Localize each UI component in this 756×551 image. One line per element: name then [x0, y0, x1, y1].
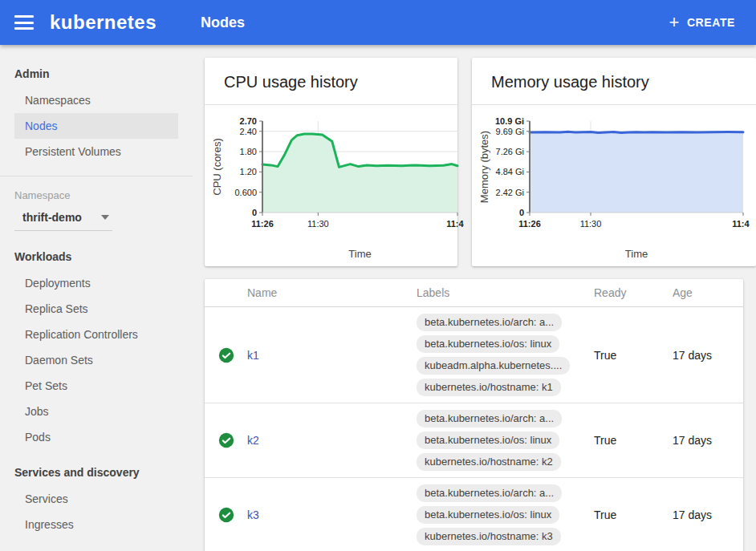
- label-chip: kubernetes.io/hostname: k1: [417, 379, 561, 396]
- label-chip: kubernetes.io/hostname: k3: [417, 528, 561, 545]
- labels-cell: beta.kubernetes.io/arch: a... beta.kuber…: [417, 403, 594, 477]
- svg-text:11:30: 11:30: [307, 219, 329, 229]
- column-header-ready: Ready: [594, 286, 673, 299]
- node-link-k3[interactable]: k3: [247, 508, 259, 521]
- svg-text:11:40: 11:40: [446, 219, 464, 229]
- cpu-usage-card: CPU usage history 00.6001.201.802.402.70…: [205, 58, 457, 266]
- svg-text:0: 0: [252, 208, 257, 217]
- status-cell: [218, 432, 247, 448]
- charts-row: CPU usage history 00.6001.201.802.402.70…: [205, 58, 743, 266]
- sidebar-item-pet-sets[interactable]: Pet Sets: [14, 373, 178, 399]
- svg-text:11:26: 11:26: [518, 219, 541, 229]
- sidebar-item-nodes[interactable]: Nodes: [14, 113, 178, 139]
- label-chip: kubeadm.alpha.kubernetes....: [417, 357, 570, 375]
- svg-text:1.80: 1.80: [240, 147, 257, 156]
- age-value: 17 days: [673, 349, 743, 362]
- memory-card-title: Memory usage history: [472, 58, 756, 105]
- labels-cell: beta.kubernetes.io/arch: a... beta.kuber…: [417, 307, 594, 403]
- svg-text:4.84 Gi: 4.84 Gi: [496, 167, 524, 176]
- sidebar-heading-workloads: Workloads: [0, 234, 193, 270]
- main-content: CPU usage history 00.6001.201.802.402.70…: [193, 45, 756, 551]
- ready-value: True: [594, 349, 673, 362]
- svg-text:2.42 Gi: 2.42 Gi: [496, 188, 524, 197]
- sidebar-item-jobs[interactable]: Jobs: [14, 399, 178, 424]
- svg-text:11:26: 11:26: [251, 219, 274, 229]
- svg-text:0.600: 0.600: [234, 188, 257, 197]
- svg-text:10.9 Gi: 10.9 Gi: [495, 116, 524, 126]
- namespace-block: Namespace thrift-demo: [0, 176, 193, 234]
- cpu-chart: 00.6001.201.802.402.7011:2611:3011:40CPU…: [205, 105, 457, 267]
- ready-value: True: [594, 508, 673, 521]
- sidebar-item-replica-sets[interactable]: Replica Sets: [14, 296, 178, 322]
- status-cell: [218, 507, 247, 523]
- label-chip: beta.kubernetes.io/arch: a...: [417, 314, 562, 331]
- nodes-table-card: Name Labels Ready Age k1 beta.kubernetes…: [205, 279, 743, 551]
- column-header-age: Age: [673, 286, 743, 299]
- memory-chart: 02.42 Gi4.84 Gi7.26 Gi9.69 Gi10.9 Gi11:2…: [472, 105, 756, 267]
- svg-text:2.70: 2.70: [240, 116, 257, 126]
- label-chip: kubernetes.io/hostname: k2: [417, 453, 561, 471]
- svg-text:11:30: 11:30: [580, 219, 602, 229]
- app-header: kubernetes Nodes + CREATE: [0, 0, 756, 45]
- sidebar-item-deployments[interactable]: Deployments: [14, 270, 178, 296]
- create-button[interactable]: + CREATE: [648, 0, 756, 45]
- namespace-select[interactable]: thrift-demo: [14, 201, 112, 231]
- memory-usage-card: Memory usage history 02.42 Gi4.84 Gi7.26…: [472, 58, 756, 266]
- namespace-selected-value: thrift-demo: [22, 211, 82, 224]
- label-chip: beta.kubernetes.io/arch: a...: [417, 410, 562, 427]
- chevron-down-icon: [101, 215, 109, 220]
- column-header-name: Name: [247, 286, 417, 299]
- age-value: 17 days: [673, 434, 743, 447]
- status-ok-icon: [218, 507, 234, 523]
- node-link-k2[interactable]: k2: [247, 434, 259, 447]
- label-chip: beta.kubernetes.io/os: linux: [417, 506, 559, 524]
- sidebar-item-daemon-sets[interactable]: Daemon Sets: [14, 347, 178, 373]
- page-title: Nodes: [201, 14, 245, 31]
- sidebar: Admin Namespaces Nodes Persistent Volume…: [0, 45, 193, 551]
- chart-svg: 02.42 Gi4.84 Gi7.26 Gi9.69 Gi10.9 Gi11:2…: [478, 110, 750, 264]
- labels-cell: beta.kubernetes.io/arch: a... beta.kuber…: [417, 478, 594, 551]
- svg-text:Time: Time: [348, 248, 371, 260]
- status-ok-icon: [218, 347, 234, 363]
- label-chip: beta.kubernetes.io/os: linux: [417, 335, 559, 353]
- svg-text:7.26 Gi: 7.26 Gi: [496, 147, 524, 156]
- plus-icon: +: [669, 14, 679, 31]
- status-cell: [218, 347, 247, 363]
- sidebar-item-services[interactable]: Services: [14, 486, 178, 512]
- create-button-label: CREATE: [687, 16, 735, 29]
- app-logo: kubernetes: [50, 11, 156, 34]
- svg-text:2.40: 2.40: [240, 127, 257, 136]
- sidebar-item-pods[interactable]: Pods: [14, 424, 178, 450]
- label-chip: beta.kubernetes.io/os: linux: [417, 431, 559, 449]
- sidebar-heading-admin: Admin: [0, 51, 193, 87]
- svg-text:11:40: 11:40: [732, 219, 750, 229]
- svg-text:0: 0: [519, 208, 524, 217]
- sidebar-item-persistent-volumes[interactable]: Persistent Volumes: [14, 139, 178, 164]
- column-header-labels: Labels: [417, 286, 594, 299]
- svg-text:9.69 Gi: 9.69 Gi: [496, 127, 524, 136]
- chart-svg: 00.6001.201.802.402.7011:2611:3011:40CPU…: [211, 110, 464, 264]
- table-row-k1: k1 beta.kubernetes.io/arch: a... beta.ku…: [205, 307, 743, 403]
- header-left: kubernetes: [0, 11, 193, 34]
- namespace-label: Namespace: [14, 189, 178, 201]
- node-link-k1[interactable]: k1: [247, 349, 259, 362]
- cpu-card-title: CPU usage history: [205, 58, 457, 105]
- table-row-k2: k2 beta.kubernetes.io/arch: a... beta.ku…: [205, 403, 743, 478]
- menu-icon[interactable]: [14, 15, 34, 30]
- table-header-row: Name Labels Ready Age: [205, 279, 743, 307]
- svg-text:Time: Time: [625, 248, 648, 260]
- svg-text:CPU (cores): CPU (cores): [211, 138, 223, 196]
- label-chip: beta.kubernetes.io/arch: a...: [417, 484, 562, 502]
- svg-text:Memory (bytes): Memory (bytes): [478, 131, 490, 203]
- sidebar-heading-services-discovery: Services and discovery: [0, 450, 193, 486]
- table-row-k3: k3 beta.kubernetes.io/arch: a... beta.ku…: [205, 478, 743, 551]
- sidebar-item-ingresses[interactable]: Ingresses: [14, 512, 178, 537]
- svg-text:1.20: 1.20: [240, 167, 257, 176]
- sidebar-item-replication-controllers[interactable]: Replication Controllers: [14, 322, 178, 347]
- ready-value: True: [594, 434, 673, 447]
- age-value: 17 days: [673, 508, 743, 521]
- sidebar-item-namespaces[interactable]: Namespaces: [14, 87, 178, 113]
- status-ok-icon: [218, 432, 234, 448]
